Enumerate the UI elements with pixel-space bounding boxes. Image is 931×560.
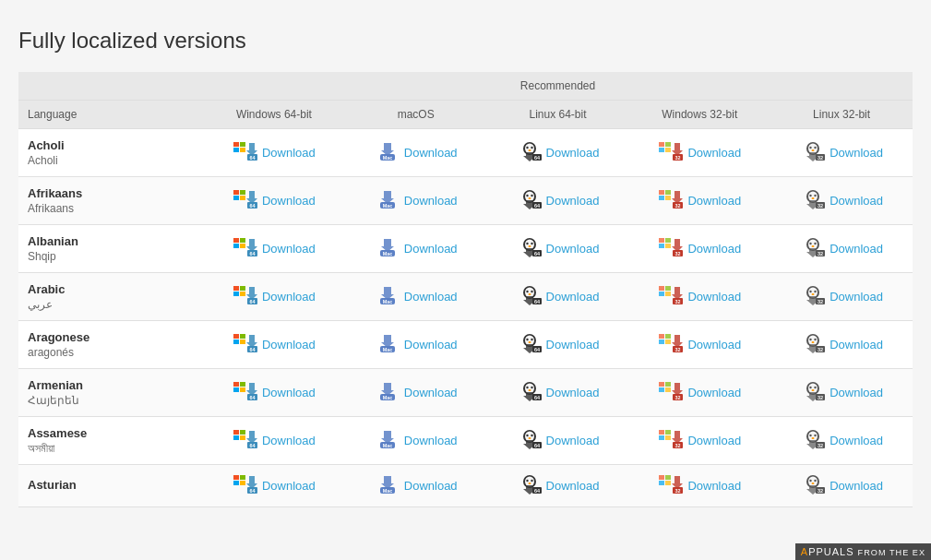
linux32-download-link[interactable]: 32 Download [800, 237, 883, 260]
lang-name: Assamese [28, 426, 194, 440]
win32-download-link[interactable]: 32 Download [658, 285, 741, 308]
svg-point-161 [812, 341, 815, 343]
lang-name: Albanian [28, 234, 194, 248]
svg-text:32: 32 [675, 299, 681, 304]
download-label: Download [830, 290, 883, 304]
linux32-download-link[interactable]: 32 Download [800, 189, 883, 212]
win64-download-link[interactable]: 64 Download [233, 285, 316, 308]
svg-rect-52 [665, 190, 671, 195]
mac-download-link[interactable]: Mac Download [375, 141, 458, 164]
win64-download-link[interactable]: 64 Download [233, 333, 316, 356]
lang-cell: Assamese অসমীয়া [18, 417, 203, 465]
win32-icon: 32 [658, 333, 684, 356]
win64-icon: 64 [233, 429, 258, 452]
mac-download-link[interactable]: Mac Download [375, 474, 458, 497]
svg-point-11 [525, 144, 534, 154]
download-label: Download [262, 194, 316, 208]
mac-icon: Mac [375, 333, 400, 356]
win32-download-link[interactable]: 32 Download [658, 141, 741, 164]
linux64-download-link[interactable]: 64 Download [517, 381, 600, 404]
win32-download-link[interactable]: 32 Download [658, 237, 741, 260]
linux64-download-cell: 64 Download [487, 369, 629, 417]
svg-marker-154 [672, 335, 683, 348]
lang-name: Afrikaans [28, 186, 194, 200]
svg-point-78 [526, 243, 528, 244]
mac-icon: Mac [375, 429, 400, 452]
svg-text:32: 32 [818, 203, 823, 209]
linux64-download-cell: 64 Download [487, 321, 629, 369]
win64-download-cell: 64 Download [203, 417, 345, 465]
linux32-download-link[interactable]: 32 Download [800, 474, 883, 497]
win64-download-link[interactable]: 64 Download [233, 237, 316, 260]
svg-point-211 [531, 435, 532, 436]
win64-download-link[interactable]: 64 Download [233, 189, 316, 212]
linux64-download-link[interactable]: 64 Download [517, 237, 600, 260]
svg-point-112 [531, 291, 532, 292]
svg-point-225 [809, 435, 811, 436]
svg-text:64: 64 [534, 395, 541, 400]
svg-point-13 [531, 147, 532, 149]
win64-download-cell: 64 Download [203, 465, 345, 507]
svg-point-146 [528, 341, 531, 343]
linux64-icon: 64 [517, 429, 543, 452]
svg-point-12 [526, 147, 528, 149]
mac-download-link[interactable]: Mac Download [375, 333, 458, 356]
linux32-download-link[interactable]: 32 Download [800, 333, 883, 356]
mac-icon: Mac [375, 189, 400, 212]
svg-text:64: 64 [249, 203, 256, 209]
svg-point-126 [809, 291, 811, 292]
win64-icon: 64 [233, 141, 258, 164]
win32-download-link[interactable]: 32 Download [658, 474, 741, 497]
svg-point-242 [525, 477, 534, 487]
linux64-download-link[interactable]: 64 Download [517, 429, 600, 452]
svg-marker-40 [381, 191, 394, 204]
linux32-download-link[interactable]: 32 Download [800, 429, 883, 452]
mac-download-link[interactable]: Mac Download [375, 381, 458, 404]
win64-download-cell: 64 Download [203, 225, 345, 273]
download-label: Download [687, 338, 741, 351]
svg-rect-152 [659, 340, 664, 344]
svg-text:32: 32 [675, 155, 681, 161]
mac-download-link[interactable]: Mac Download [375, 237, 458, 260]
win32-download-link[interactable]: 32 Download [658, 381, 741, 404]
download-label: Download [546, 434, 600, 447]
win32-download-link[interactable]: 32 Download [658, 333, 741, 356]
mac-download-link[interactable]: Mac Download [375, 429, 458, 452]
svg-point-244 [531, 480, 532, 482]
svg-marker-220 [672, 431, 683, 444]
svg-rect-151 [665, 334, 671, 339]
linux64-download-link[interactable]: 64 Download [517, 141, 600, 164]
svg-text:Mac: Mac [382, 347, 392, 352]
linux64-download-link[interactable]: 64 Download [517, 474, 600, 497]
win64-icon: 64 [233, 381, 258, 404]
svg-point-158 [808, 336, 818, 346]
win32-download-link[interactable]: 32 Download [658, 189, 741, 212]
win64-download-link[interactable]: 64 Download [233, 141, 316, 164]
download-label: Download [687, 194, 741, 208]
win64-download-link[interactable]: 64 Download [233, 381, 316, 404]
svg-point-192 [809, 387, 811, 388]
linux32-download-link[interactable]: 32 Download [800, 381, 883, 404]
svg-rect-35 [233, 196, 239, 200]
win64-download-link[interactable]: 64 Download [233, 429, 316, 452]
linux32-download-link[interactable]: 32 Download [800, 285, 883, 308]
mac-download-link[interactable]: Mac Download [375, 285, 458, 308]
win64-download-link[interactable]: 64 Download [233, 474, 316, 497]
download-label: Download [830, 386, 883, 399]
win32-download-link[interactable]: 32 Download [658, 429, 741, 452]
svg-rect-168 [240, 387, 245, 392]
svg-marker-169 [246, 383, 257, 396]
linux64-download-link[interactable]: 64 Download [517, 189, 600, 212]
lang-native: Acholi [28, 154, 194, 167]
mac-download-link[interactable]: Mac Download [375, 189, 458, 212]
svg-point-46 [531, 195, 532, 197]
linux64-download-link[interactable]: 64 Download [517, 285, 600, 308]
svg-rect-232 [240, 475, 245, 480]
recommended-label: Recommended [203, 72, 913, 101]
linux64-download-link[interactable]: 64 Download [517, 333, 600, 356]
linux32-download-link[interactable]: 32 Download [800, 141, 883, 164]
svg-rect-200 [233, 435, 239, 440]
linux64-download-cell: 64 Download [487, 129, 629, 177]
svg-point-145 [531, 339, 532, 340]
svg-rect-120 [665, 292, 671, 296]
